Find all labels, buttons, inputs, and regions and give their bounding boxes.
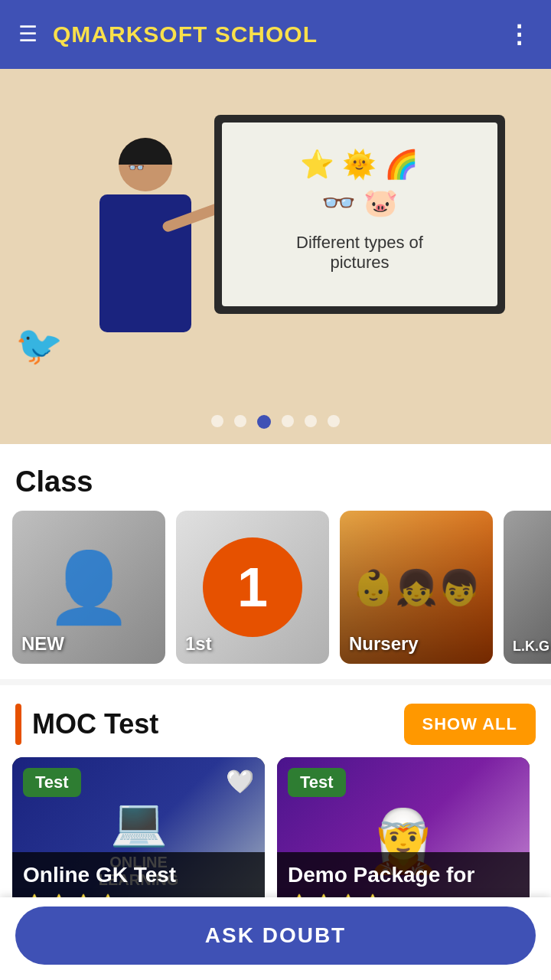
class-card-1st[interactable]: 1 1st	[176, 511, 329, 664]
hero-banner: 🐦 👓 ⭐ 🌞 🌈 👓 🐷 Different types ofpictures	[0, 69, 551, 444]
laptop-icon: 💻	[110, 795, 168, 849]
dot-2[interactable]	[234, 415, 246, 427]
class-cards-row: 👤 NEW 1 1st 👶 👧 👦 Nursery L.K.G	[0, 511, 551, 679]
hero-image: 🐦 👓 ⭐ 🌞 🌈 👓 🐷 Different types ofpictures	[0, 69, 551, 444]
person-icon: 👤	[46, 547, 132, 628]
dot-4[interactable]	[282, 415, 294, 427]
teacher-figure: 👓	[77, 138, 214, 383]
header: ☰ QMARKSOFT SCHOOL ⋮	[0, 0, 551, 69]
class-card-lkg-label: L.K.G	[513, 639, 549, 655]
test-card-1-title: Online GK Test	[23, 863, 254, 887]
board-emojis: ⭐ 🌞 🌈	[300, 149, 419, 181]
moc-test-title: MOC Test	[32, 708, 158, 740]
test-card-2-title: Demo Package for	[288, 863, 519, 887]
moc-test-section-header: MOC Test SHOW ALL	[0, 685, 551, 757]
test-badge-1: Test	[23, 768, 81, 797]
more-options-icon[interactable]: ⋮	[507, 20, 533, 49]
dot-6[interactable]	[328, 415, 340, 427]
teacher-glasses: 👓	[128, 159, 145, 176]
ask-doubt-container: ASK DOUBT	[0, 897, 551, 980]
class-card-lkg[interactable]: L.K.G	[504, 511, 551, 664]
dot-5[interactable]	[305, 415, 317, 427]
app-title: QMARKSOFT SCHOOL	[53, 21, 507, 47]
heart-icon-1[interactable]: 🤍	[226, 768, 254, 795]
smartboard: ⭐ 🌞 🌈 👓 🐷 Different types ofpictures	[214, 115, 505, 314]
ask-doubt-button[interactable]: ASK DOUBT	[15, 906, 536, 965]
test-badge-2: Test	[288, 768, 346, 797]
class-card-new-label: NEW	[21, 633, 64, 655]
dot-1[interactable]	[211, 415, 223, 427]
smartboard-screen: ⭐ 🌞 🌈 👓 🐷 Different types ofpictures	[222, 122, 497, 306]
class-card-1st-label: 1st	[185, 633, 212, 655]
dot-3-active[interactable]	[257, 415, 271, 429]
show-all-button[interactable]: SHOW ALL	[404, 704, 536, 745]
carousel-dots	[0, 415, 551, 429]
board-emojis2: 👓 🐷	[321, 187, 398, 219]
class-card-new[interactable]: 👤 NEW	[12, 511, 165, 664]
class-section-title: Class	[0, 444, 551, 511]
teacher-hair	[119, 138, 172, 165]
circle-number: 1	[203, 537, 302, 637]
class-card-nursery-label: Nursery	[349, 633, 419, 655]
section-left-bar	[15, 704, 21, 745]
bird-decoration: 🐦	[15, 323, 63, 368]
menu-icon[interactable]: ☰	[18, 24, 37, 45]
section-header-left: MOC Test	[15, 704, 158, 745]
teacher-body	[99, 194, 191, 332]
board-text: Different types ofpictures	[289, 225, 431, 280]
teacher-head: 👓	[119, 138, 172, 191]
class-card-nursery[interactable]: 👶 👧 👦 Nursery	[340, 511, 493, 664]
